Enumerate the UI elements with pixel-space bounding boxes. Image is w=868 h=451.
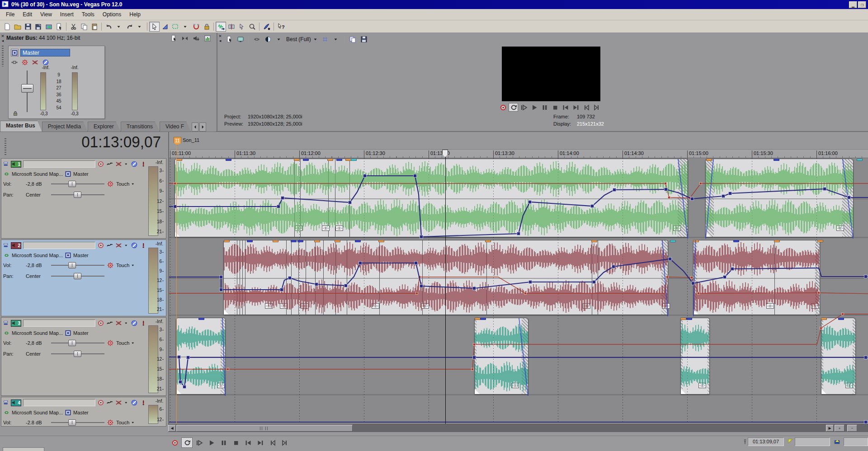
record-icon[interactable] [169, 437, 180, 448]
automation-mode[interactable]: Touch [116, 263, 129, 268]
master-channel-name[interactable]: Master [20, 49, 70, 56]
menu-item-view[interactable]: View [36, 10, 56, 19]
pan-value[interactable]: Center [26, 351, 49, 357]
track-solo-icon[interactable] [131, 242, 138, 249]
bus-assign-icon[interactable] [65, 252, 71, 259]
auto-hide-icon[interactable]: ◂ [2, 38, 4, 43]
tab-explorer[interactable]: Explorer [88, 122, 121, 132]
track-envelope-icon[interactable] [106, 160, 113, 168]
tab-scroll-left-icon[interactable] [192, 122, 198, 132]
external-monitor-icon[interactable] [235, 34, 245, 44]
tab-transitions[interactable]: Transitions [121, 122, 160, 132]
scrollbar-thumb[interactable] [176, 425, 353, 432]
device-chain-icon[interactable] [3, 329, 10, 337]
play-icon[interactable] [206, 437, 217, 448]
time-ruler[interactable]: 01:11:0001:11:3001:12:0001:12:3001:13:00… [169, 149, 868, 158]
loop-playback-icon[interactable] [181, 437, 193, 448]
menu-item-help[interactable]: Help [125, 10, 145, 19]
bus-view-icon[interactable] [11, 49, 19, 56]
track-device-name[interactable]: Microsoft Sound Map... [12, 410, 63, 415]
split-screen-view-icon[interactable] [263, 34, 273, 44]
video-output-fx-icon[interactable] [251, 34, 262, 44]
record-arm-icon[interactable] [97, 160, 104, 168]
restore-button[interactable]: ❐ [858, 1, 866, 8]
device-chain-icon[interactable] [3, 252, 10, 259]
tab-master-bus[interactable]: Master Bus [0, 121, 42, 132]
automation-mode[interactable]: Touch [116, 420, 129, 425]
mute-dropdown-icon[interactable] [124, 160, 129, 168]
track-bus-name[interactable]: Master [73, 253, 89, 258]
tab-scroll-right-icon[interactable] [199, 122, 206, 132]
scroll-left-icon[interactable]: ◀ [168, 425, 176, 432]
automation-dropdown-icon[interactable] [131, 419, 136, 426]
play-icon[interactable] [529, 103, 539, 112]
vol-value[interactable]: -2,8 dB [26, 181, 49, 187]
vol-slider-thumb[interactable] [68, 262, 76, 268]
io-routing-icon[interactable] [11, 59, 18, 66]
selection-end-field[interactable] [795, 437, 830, 446]
lock-envelopes-icon[interactable] [201, 22, 212, 32]
track-minimize-icon[interactable] [3, 160, 9, 168]
track-name-input[interactable] [23, 319, 95, 327]
next-frame-icon[interactable] [592, 103, 601, 112]
track-bus-name[interactable]: Master [73, 410, 89, 415]
open-project-icon[interactable] [12, 22, 23, 32]
close-icon[interactable]: ✕ [218, 34, 222, 38]
bus-properties-icon[interactable] [169, 34, 178, 42]
menu-item-file[interactable]: File [2, 10, 19, 19]
vol-value[interactable]: -2,8 dB [26, 263, 49, 268]
pan-slider-thumb[interactable] [74, 192, 81, 198]
bus-assign-icon[interactable] [65, 170, 71, 178]
time-display[interactable]: 01:13:09,07 [81, 133, 161, 151]
device-chain-icon[interactable] [3, 170, 10, 178]
pan-slider[interactable] [51, 351, 104, 357]
pan-value[interactable]: Center [26, 192, 49, 197]
meter-options-icon[interactable] [203, 34, 212, 42]
automation-mode[interactable]: Touch [116, 181, 129, 187]
automation-settings-icon[interactable] [106, 262, 114, 269]
whats-this-help-icon[interactable]: ? [276, 22, 286, 32]
record-arm-icon[interactable] [97, 399, 104, 406]
pan-slider-thumb[interactable] [74, 351, 81, 357]
vol-slider-thumb[interactable] [68, 419, 76, 426]
record-arm-icon[interactable] [97, 319, 104, 327]
track-name-input[interactable] [23, 160, 95, 168]
track-minimize-icon[interactable] [3, 242, 9, 249]
menu-item-options[interactable]: Options [99, 10, 125, 19]
track-minimize-icon[interactable] [3, 399, 9, 406]
loop-playback-icon[interactable] [509, 103, 518, 112]
new-project-icon[interactable] [2, 22, 12, 32]
automation-settings-icon[interactable] [21, 59, 28, 66]
pause-icon[interactable] [540, 103, 549, 112]
mute-dropdown-icon[interactable] [124, 319, 129, 327]
stop-icon[interactable] [230, 437, 241, 448]
zoom-out-icon[interactable]: − [847, 425, 857, 432]
save-as-icon[interactable] [33, 22, 43, 32]
track-device-name[interactable]: Microsoft Sound Map... [12, 171, 63, 177]
panel-grip[interactable] [2, 46, 4, 66]
redo-icon[interactable] [124, 22, 135, 32]
menu-item-tools[interactable]: Tools [78, 10, 99, 19]
dropdown-icon[interactable] [180, 22, 191, 32]
dropdown-icon[interactable] [331, 34, 342, 44]
track-mute-icon[interactable] [115, 160, 123, 168]
track-bus-name[interactable]: Master [73, 171, 89, 177]
track-phase-icon[interactable] [140, 319, 147, 327]
master-fader-handle[interactable] [21, 84, 33, 93]
paste-icon[interactable] [89, 22, 99, 32]
automation-settings-icon[interactable] [106, 180, 114, 188]
timeline-content[interactable]: ◁|▷◁|▷◁|▷◁|▷◁|▷◁|▷◁|▷◁|▷◁|▷◁|▷◁|▷◁|▷◁|▷◁… [169, 158, 868, 428]
menu-item-edit[interactable]: Edit [19, 10, 36, 19]
downmix-output-icon[interactable] [180, 34, 189, 42]
go-to-end-icon[interactable] [571, 103, 580, 112]
selection-edit-tool-icon[interactable] [170, 22, 180, 32]
record-arm-icon[interactable] [97, 242, 104, 249]
bus-assign-icon[interactable] [65, 409, 71, 416]
project-properties-icon[interactable] [54, 22, 64, 32]
device-chain-icon[interactable] [3, 409, 10, 416]
vol-value[interactable]: -2,8 dB [26, 340, 49, 346]
bus-assign-icon[interactable] [65, 329, 71, 337]
pan-slider-thumb[interactable] [74, 273, 81, 279]
marker-label[interactable]: Son_11 [183, 137, 199, 143]
mute-dropdown-icon[interactable] [124, 242, 129, 249]
